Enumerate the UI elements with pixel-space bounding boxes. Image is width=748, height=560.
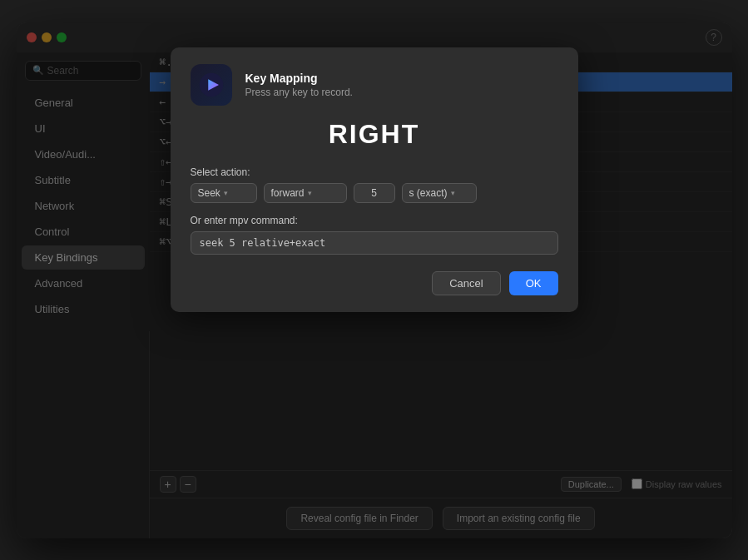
preferences-window: 🔍 General UI Video/Audi... Subtitle Netw… [17, 22, 732, 538]
ok-button[interactable]: OK [509, 271, 558, 295]
chevron-down-icon: ▾ [224, 189, 228, 197]
app-play-icon [199, 72, 224, 97]
key-mapping-modal: Key Mapping Press any key to record. RIG… [171, 47, 578, 312]
unit-dropdown[interactable]: s (exact) ▾ [402, 183, 477, 203]
chevron-down-icon: ▾ [451, 189, 455, 197]
modal-overlay: Key Mapping Press any key to record. RIG… [17, 22, 732, 538]
or-label: Or enter mpv command: [191, 215, 558, 226]
key-display: RIGHT [191, 119, 558, 150]
modal-title-section: Key Mapping Press any key to record. [245, 72, 558, 98]
modal-header: Key Mapping Press any key to record. [191, 64, 558, 106]
chevron-down-icon: ▾ [308, 189, 312, 197]
mpv-command-input[interactable] [191, 231, 558, 255]
app-icon [191, 64, 232, 106]
modal-subtitle: Press any key to record. [245, 87, 558, 98]
seek-dropdown[interactable]: Seek ▾ [191, 183, 257, 203]
value-input[interactable] [354, 183, 395, 203]
cancel-button[interactable]: Cancel [432, 271, 500, 295]
modal-title: Key Mapping [245, 72, 558, 85]
action-row: Seek ▾ forward ▾ s (exact) ▾ [191, 183, 558, 203]
select-action-label: Select action: [191, 166, 558, 178]
modal-buttons: Cancel OK [191, 271, 558, 295]
direction-dropdown[interactable]: forward ▾ [264, 183, 347, 203]
